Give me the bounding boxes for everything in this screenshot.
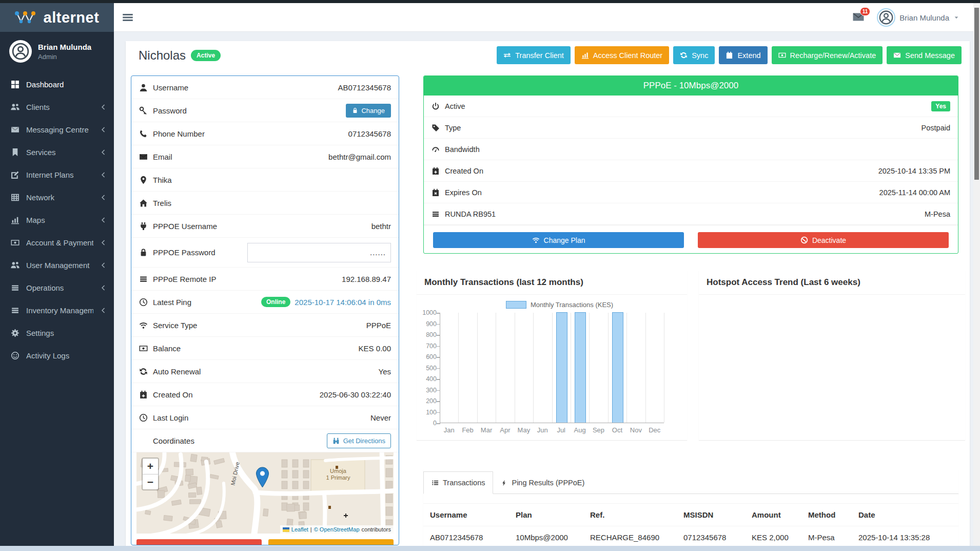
label-text: Bandwidth — [445, 145, 480, 154]
sidebar-item-label: Inventory Management — [26, 306, 93, 315]
page-title: Nicholas — [139, 48, 186, 63]
sidebar-item-dashboard[interactable]: Dashboard — [0, 73, 114, 96]
pppoe-password-input[interactable] — [247, 243, 391, 262]
brand-logo[interactable]: alternet — [0, 3, 114, 32]
map-poi-icon — [328, 506, 331, 509]
client-row-pppoe-username: PPPOE Usernamebethtr — [131, 215, 399, 238]
messages-button[interactable]: 11 — [852, 11, 866, 24]
chevron-left-icon — [100, 126, 107, 133]
client-row-label: Trelis — [139, 199, 171, 207]
recharge-renew-activate-button[interactable]: Recharge/Renew/Activate — [772, 46, 883, 64]
chart-bar-icon — [11, 216, 19, 224]
sidebar-item-settings[interactable]: Settings — [0, 321, 114, 344]
transfer-client-button[interactable]: Transfer Client — [497, 46, 571, 64]
pencil-square-icon — [11, 170, 19, 179]
label-text: Last Login — [153, 413, 188, 422]
sidebar-item-label: Settings — [26, 329, 107, 337]
button-label: Transfer Client — [515, 51, 564, 60]
edit-button[interactable]: Edit — [268, 539, 394, 545]
brand-name: alternet — [44, 9, 100, 26]
header-user-name: Brian Mulunda — [899, 13, 949, 22]
client-row-label: Password — [139, 106, 187, 115]
map-marker-icon[interactable] — [256, 467, 269, 488]
sidebar-item-label: Account & Payments — [26, 238, 93, 247]
osm-link[interactable]: © OpenStreetMap — [314, 526, 360, 533]
client-row-label: Created On — [139, 390, 193, 399]
leaflet-link[interactable]: Leaflet — [291, 526, 308, 533]
table-header-row: UsernamePlanRef.MSISDNAmountMethodDate — [423, 503, 958, 526]
send-message-button[interactable]: Send Message — [887, 46, 962, 64]
client-row-value: Yes — [379, 367, 391, 376]
plan-row-expires-on: Expires On2025-11-14 00:00 AM — [424, 182, 958, 203]
chevron-left-icon — [100, 284, 107, 291]
gridline — [533, 313, 534, 423]
sync-button[interactable]: Sync — [673, 46, 715, 64]
page-scrollbar[interactable] — [973, 3, 980, 551]
x-axis-tick-label: Feb — [458, 426, 478, 434]
binoculars-icon — [332, 437, 340, 444]
plan-row-active: ActiveYes — [424, 96, 958, 117]
table-cell: AB0712345678 — [430, 526, 516, 548]
app-root: alternet 11 Brian Mulunda Brian — [0, 0, 980, 551]
sidebar-item-maps[interactable]: Maps — [0, 208, 114, 231]
ping-status: Online2025-10-17 14:06:04 in 0ms — [261, 297, 391, 307]
sidebar-item-label: Network — [26, 193, 93, 202]
gridline — [645, 313, 646, 423]
extend-button[interactable]: Extend — [719, 46, 767, 64]
tab-ping-results[interactable]: Ping Results (PPPoE) — [493, 472, 592, 493]
client-row-value: 192.168.89.47 — [342, 275, 391, 283]
hotspot-trend-card: Hotspot Access Trend (Last 6 weeks) — [699, 271, 965, 440]
zoom-out-button[interactable]: − — [143, 474, 158, 489]
y-axis-tick-label: 500 — [416, 365, 437, 372]
column-header-plan: Plan — [516, 504, 590, 526]
client-row-value: bethtr — [371, 222, 391, 231]
sidebar-item-internet-plans[interactable]: Internet Plans — [0, 163, 114, 186]
table-cell: RECHARGE_84690 — [590, 526, 683, 548]
sidebar-item-inventory-management[interactable]: Inventory Management — [0, 299, 114, 321]
sidebar-item-label: Clients — [26, 103, 93, 111]
user-menu[interactable]: Brian Mulunda — [877, 8, 959, 27]
sidebar-user-name: Brian Mulunda — [38, 43, 91, 51]
sidebar-item-network[interactable]: Network — [0, 186, 114, 208]
sidebar-item-label: Maps — [26, 216, 93, 224]
sidebar-item-user-management[interactable]: User Management — [0, 254, 114, 276]
ping-time-link[interactable]: 2025-10-17 14:06:04 in 0ms — [295, 298, 391, 307]
change-plan-button[interactable]: Change Plan — [433, 232, 684, 248]
sidebar-item-account-payments[interactable]: Account & Payments — [0, 231, 114, 254]
map-canvas[interactable]: Moi Drive Umoja 1 Primary — [136, 452, 394, 534]
sidebar-item-operations[interactable]: Operations — [0, 276, 114, 299]
sidebar-user-role: Admin — [38, 53, 91, 61]
grid-icon — [11, 80, 19, 89]
wifi-icon — [532, 236, 540, 244]
chevron-left-icon — [100, 262, 107, 269]
tab-transactions[interactable]: Transactions — [423, 471, 493, 494]
table-icon — [11, 193, 19, 202]
sidebar-toggle-icon[interactable] — [121, 11, 134, 24]
gridline — [589, 313, 590, 423]
x-axis-tick-label: Apr — [495, 426, 515, 434]
get-directions-button[interactable]: Get Directions — [327, 433, 391, 448]
client-row-service-type: Service TypePPPoE — [131, 314, 399, 337]
change-password-button[interactable]: Change — [346, 104, 391, 118]
delete-button[interactable]: Delete — [136, 539, 262, 545]
refresh-icon — [139, 367, 148, 376]
zoom-in-button[interactable]: + — [143, 459, 158, 474]
yes-badge: Yes — [931, 101, 950, 111]
scrollbar-thumb[interactable] — [974, 8, 979, 180]
map[interactable]: Moi Drive Umoja 1 Primary + − Leaflet | … — [136, 452, 394, 534]
sidebar-item-activity-logs[interactable]: Activity Logs — [0, 344, 114, 367]
sidebar-item-messaging-centre[interactable]: Messaging Centre — [0, 118, 114, 141]
power-icon — [432, 102, 440, 110]
deactivate-button[interactable]: Deactivate — [698, 232, 949, 248]
sidebar-item-clients[interactable]: Clients — [0, 96, 114, 118]
x-axis-tick-label: Mar — [476, 426, 497, 434]
access-client-router-button[interactable]: Access Client Router — [575, 46, 669, 64]
sidebar-item-services[interactable]: Services — [0, 141, 114, 163]
button-label: Send Message — [905, 51, 955, 60]
users-icon — [11, 261, 19, 270]
client-row-label: Auto Renewal — [139, 367, 201, 376]
table-cell: KES 2,000 — [752, 526, 808, 548]
toolbar: Transfer ClientAccess Client RouterSyncE… — [497, 46, 962, 64]
client-row-value: AB0712345678 — [338, 83, 391, 92]
calendar-times-icon — [432, 188, 440, 197]
